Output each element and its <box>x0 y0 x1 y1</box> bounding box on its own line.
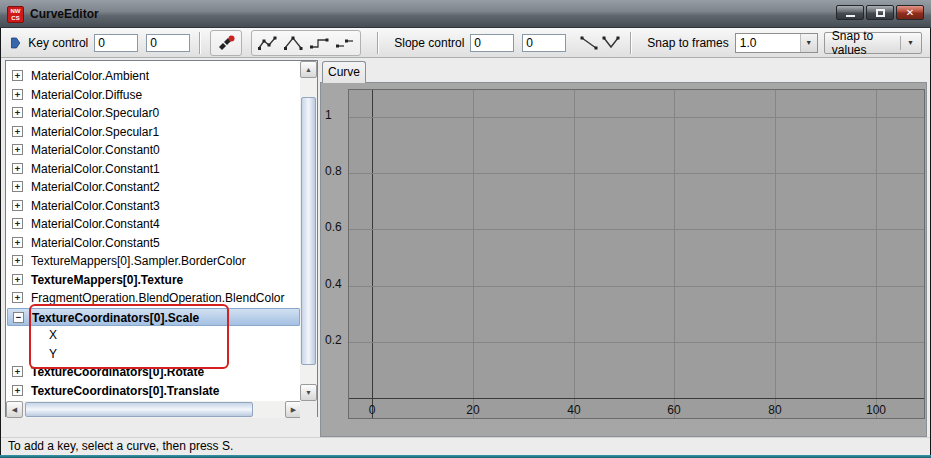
close-button[interactable]: ✕ <box>896 5 924 20</box>
slope-control-label: Slope control <box>394 36 464 50</box>
expand-icon[interactable]: + <box>12 144 23 155</box>
tree-item[interactable]: +MaterialColor.Ambient <box>7 67 300 85</box>
tree-item[interactable]: +TextureCoordinators[0].Rotate <box>7 363 300 381</box>
tree-item[interactable]: +MaterialColor.Diffuse <box>7 86 300 104</box>
expand-icon[interactable]: + <box>12 70 23 81</box>
peak-curve-icon <box>283 35 303 51</box>
status-text: To add a key, select a curve, then press… <box>8 439 233 453</box>
tree-item[interactable]: +MaterialColor.Constant3 <box>7 197 300 215</box>
scroll-left-button[interactable]: ◀ <box>6 401 23 418</box>
tree-item-label: MaterialColor.Constant0 <box>31 141 160 159</box>
expand-icon[interactable]: + <box>12 292 23 303</box>
minimize-button[interactable] <box>836 5 864 20</box>
tree-item[interactable]: +MaterialColor.Constant5 <box>7 234 300 252</box>
combo-dropdown-button[interactable]: ▼ <box>800 34 817 52</box>
gridline-vertical <box>775 90 776 418</box>
tree-item-label: MaterialColor.Constant4 <box>31 215 160 233</box>
tree-item[interactable]: +MaterialColor.Constant2 <box>7 178 300 196</box>
expand-icon[interactable]: + <box>12 200 23 211</box>
collapse-icon[interactable]: − <box>13 312 24 323</box>
expand-icon[interactable]: + <box>12 366 23 377</box>
gridline-horizontal <box>349 229 924 230</box>
animation-tree-panel: +MaterialColor.Ambient+MaterialColor.Dif… <box>5 60 318 417</box>
plot-area[interactable]: 020406080100 <box>348 89 925 419</box>
tree-item-label: TextureCoordinators[0].Rotate <box>31 363 204 381</box>
tree-item[interactable]: X <box>7 326 300 344</box>
expand-icon[interactable]: + <box>12 181 23 192</box>
step-interpolation-button[interactable] <box>306 32 332 54</box>
tree-item[interactable]: +TextureMappers[0].Sampler.BorderColor <box>7 252 300 270</box>
tab-curve[interactable]: Curve <box>322 61 366 83</box>
tree-item[interactable]: Y <box>7 345 300 363</box>
tree-item[interactable]: +TextureCoordinators[0].Translate <box>7 382 300 400</box>
caption-buttons: ✕ <box>836 5 924 20</box>
x-tick-label: 40 <box>567 403 580 417</box>
tree-item-label: TextureCoordinators[0].Scale <box>32 309 199 326</box>
toolbar: Key control <box>1 28 930 58</box>
x-tick-label: 100 <box>866 403 886 417</box>
maximize-button[interactable] <box>866 5 894 20</box>
expand-icon[interactable]: + <box>12 274 23 285</box>
button-separator <box>900 36 901 50</box>
expand-icon[interactable]: + <box>12 126 23 137</box>
tree-item[interactable]: +MaterialColor.Specular0 <box>7 104 300 122</box>
slope-in-input[interactable] <box>470 34 514 52</box>
gridline-vertical <box>574 90 575 418</box>
linear-interpolation-button[interactable] <box>254 32 280 54</box>
expand-icon[interactable]: + <box>12 163 23 174</box>
tree-item[interactable]: −TextureCoordinators[0].Scale <box>7 308 300 326</box>
gridline-vertical <box>876 90 877 418</box>
tree-item[interactable]: +TextureMappers[0].Texture <box>7 271 300 289</box>
maximize-icon <box>876 9 885 17</box>
vertical-scrollbar[interactable]: ▲ ▼ <box>300 61 317 401</box>
key-frame-input[interactable] <box>94 34 138 52</box>
tree-item[interactable]: +FragmentOperation.BlendOperation.BlendC… <box>7 289 300 307</box>
triangle-down-icon: ▼ <box>305 389 312 396</box>
toolbar-separator <box>377 32 379 54</box>
triangle-left-icon: ◀ <box>12 406 17 414</box>
constant-interpolation-button[interactable] <box>332 32 358 54</box>
tree-item[interactable]: +MaterialColor.Constant4 <box>7 215 300 233</box>
peak-interpolation-button[interactable] <box>280 32 306 54</box>
y-tick-label: 0.4 <box>325 277 347 293</box>
window-title: CurveEditor <box>30 0 99 28</box>
snap-to-values-button[interactable]: Snap to values ▼ <box>824 32 922 54</box>
tree-item[interactable]: +MaterialColor.Constant0 <box>7 141 300 159</box>
y-tick-label: 1 <box>325 108 347 124</box>
scroll-down-button[interactable]: ▼ <box>300 384 317 401</box>
gridline-horizontal <box>349 286 924 287</box>
y-tick-label: 0.8 <box>325 164 347 180</box>
vertical-scroll-thumb[interactable] <box>301 97 316 365</box>
slope-out-input[interactable] <box>522 34 566 52</box>
expand-icon[interactable]: + <box>12 237 23 248</box>
expand-icon[interactable]: + <box>12 107 23 118</box>
slope-valley-icon <box>601 35 621 51</box>
key-value-input[interactable] <box>146 34 190 52</box>
tree-item[interactable]: +MaterialColor.Constant1 <box>7 160 300 178</box>
add-key-button[interactable] <box>213 32 239 54</box>
scroll-up-button[interactable]: ▲ <box>300 61 317 78</box>
expand-icon[interactable]: + <box>12 255 23 266</box>
slope-valley-button[interactable] <box>600 32 622 54</box>
expand-icon[interactable]: + <box>12 385 23 396</box>
tree-item[interactable]: +MaterialColor.Specular1 <box>7 123 300 141</box>
gridline-vertical <box>674 90 675 418</box>
snap-to-frames-label: Snap to frames <box>647 36 728 50</box>
snap-to-values-label: Snap to values <box>832 29 894 57</box>
curve-tab-page: 020406080100 10.80.60.40.2 <box>320 82 927 437</box>
expand-icon[interactable]: + <box>12 218 23 229</box>
status-bar: To add a key, select a curve, then press… <box>1 437 930 455</box>
horizontal-scroll-thumb[interactable] <box>25 402 253 417</box>
add-key-icon <box>217 35 235 51</box>
snap-to-frames-combobox[interactable]: 1.0 ▼ <box>735 33 818 53</box>
tree-item-label: MaterialColor.Specular1 <box>31 123 159 141</box>
tree-item-label: FragmentOperation.BlendOperation.BlendCo… <box>31 289 284 307</box>
slope-line-button[interactable] <box>578 32 600 54</box>
interpolation-group <box>251 30 361 56</box>
toolbar-separator <box>199 32 201 54</box>
scrollbar-corner <box>300 401 317 418</box>
expand-icon[interactable]: + <box>12 89 23 100</box>
x-tick-label: 60 <box>667 403 680 417</box>
horizontal-scrollbar[interactable]: ◀ ▶ <box>6 401 302 418</box>
gridline-vertical <box>473 90 474 418</box>
